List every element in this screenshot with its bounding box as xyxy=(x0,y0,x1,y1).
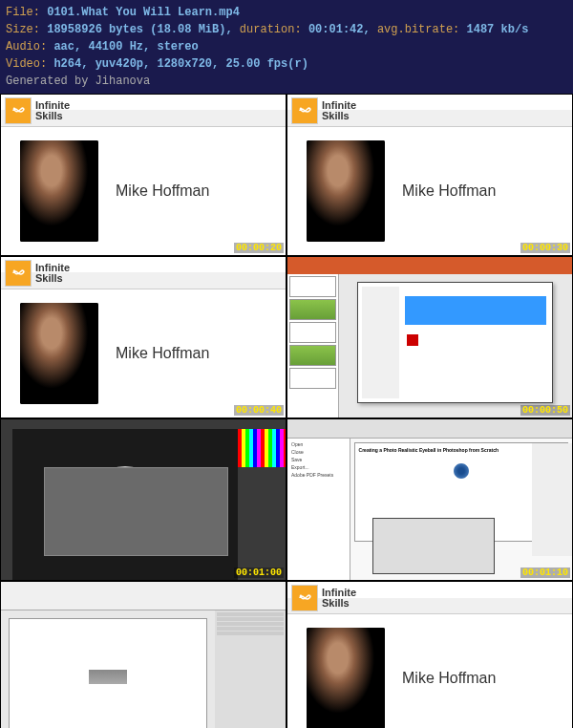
presenter-name: Mike Hoffman xyxy=(402,182,496,200)
video-info: h264, yuv420p, 1280x720, 25.00 fps(r) xyxy=(53,57,308,71)
eyeball-image xyxy=(447,457,476,485)
thumbnail-grid: InfiniteSkills Mike Hoffman 00:00:20 Inf… xyxy=(0,94,573,728)
presenter-portrait xyxy=(307,140,385,242)
presenter-slide: Mike Hoffman xyxy=(287,127,572,255)
file-name: 0101.What You Will Learn.mp4 xyxy=(47,6,240,19)
photoshop-menubar xyxy=(1,419,286,429)
tools-pane xyxy=(215,610,286,728)
timestamp: 00:01:10 xyxy=(520,567,570,578)
timestamp: 00:00:50 xyxy=(520,405,570,416)
thumb-1[interactable]: InfiniteSkills Mike Hoffman 00:00:20 xyxy=(0,94,286,256)
slide-thumb xyxy=(289,322,336,343)
caliper-image xyxy=(89,670,127,684)
logo-bar: InfiniteSkills xyxy=(287,582,572,614)
timestamp: 00:00:20 xyxy=(234,243,284,253)
logo-text: InfiniteSkills xyxy=(35,100,70,121)
info-line-video: Video: h264, yuv420p, 1280x720, 25.00 fp… xyxy=(6,55,567,73)
tool-item xyxy=(217,622,285,626)
thumb-4[interactable]: 00:00:50 xyxy=(286,256,573,418)
thumb-2[interactable]: InfiniteSkills Mike Hoffman 00:00:30 xyxy=(286,94,573,256)
indesign-menubar xyxy=(287,419,572,439)
logo-bar: InfiniteSkills xyxy=(287,95,572,127)
thumb-7[interactable] xyxy=(0,581,286,728)
file-info-header: File: 0101.What You Will Learn.mp4 Size:… xyxy=(0,0,573,94)
tool-item xyxy=(217,617,285,621)
powerpoint-window xyxy=(287,257,572,418)
info-line-size: Size: 18958926 bytes (18.08 MiB), durati… xyxy=(6,21,567,38)
photoshop-palette xyxy=(238,429,286,580)
info-line-audio: Audio: aac, 44100 Hz, stereo xyxy=(6,38,567,55)
save-adobe-pdf-dialog xyxy=(44,467,229,555)
slide-thumb xyxy=(289,345,336,366)
infinite-skills-icon xyxy=(5,97,32,124)
export-dialog xyxy=(372,518,495,574)
generated-by: Generated by Jihanova xyxy=(6,73,567,90)
thumb-3[interactable]: InfiniteSkills Mike Hoffman 00:00:40 xyxy=(0,256,286,418)
adobe-icon xyxy=(407,334,418,346)
timestamp: 00:00:40 xyxy=(234,405,284,416)
swatches xyxy=(238,429,286,467)
acrobat-window xyxy=(1,582,286,728)
presenter-portrait xyxy=(20,303,98,404)
slide-panel xyxy=(287,274,339,418)
pdf-page xyxy=(9,618,207,728)
powerpoint-ribbon xyxy=(287,257,572,274)
slide-thumb xyxy=(289,299,336,320)
info-line-file: File: 0101.What You Will Learn.mp4 xyxy=(6,4,567,21)
duration: 00:01:42, xyxy=(308,23,371,36)
indesign-window: OpenCloseSaveExport...Adobe PDF Presets … xyxy=(287,419,572,580)
presenter-name: Mike Hoffman xyxy=(402,670,496,687)
infinite-skills-icon xyxy=(5,260,32,287)
presenter-name: Mike Hoffman xyxy=(116,345,209,362)
presenter-portrait xyxy=(20,140,98,242)
photoshop-window xyxy=(1,419,286,580)
file-menu: OpenCloseSaveExport...Adobe PDF Presets xyxy=(287,439,350,580)
pdf-settings-dropdown xyxy=(405,296,546,325)
logo-text: InfiniteSkills xyxy=(322,100,356,121)
photoshop-toolbar xyxy=(1,429,12,580)
presenter-name: Mike Hoffman xyxy=(116,182,209,200)
presenter-slide: Mike Hoffman xyxy=(1,127,286,255)
presenter-slide: Mike Hoffman xyxy=(287,614,572,728)
tool-item xyxy=(217,627,285,631)
logo-text: InfiniteSkills xyxy=(322,588,356,609)
slide-thumb xyxy=(289,368,336,389)
logo-bar: InfiniteSkills xyxy=(1,257,286,289)
thumb-5[interactable]: 00:01:00 xyxy=(0,418,286,581)
bitrate: 1487 kb/s xyxy=(467,23,529,36)
infinite-skills-icon xyxy=(291,97,318,124)
thumb-8[interactable]: InfiniteSkills Mike Hoffman 00:01:29 xyxy=(286,581,573,728)
pdfmaker-dialog xyxy=(357,282,553,404)
slide-thumb xyxy=(289,276,336,297)
timestamp: 00:01:00 xyxy=(234,567,284,578)
audio-info: aac, 44100 Hz, stereo xyxy=(53,40,198,54)
panels xyxy=(532,443,572,556)
tool-item xyxy=(217,632,285,635)
acrobat-toolbar xyxy=(1,582,286,610)
timestamp: 00:00:30 xyxy=(520,243,570,253)
presenter-slide: Mike Hoffman xyxy=(1,289,286,418)
logo-text: InfiniteSkills xyxy=(35,263,70,284)
infinite-skills-icon xyxy=(291,585,318,611)
thumb-6[interactable]: OpenCloseSaveExport...Adobe PDF Presets … xyxy=(286,418,573,581)
logo-bar: InfiniteSkills xyxy=(1,95,286,127)
presenter-portrait xyxy=(307,628,385,728)
file-size: 18958926 bytes (18.08 MiB), xyxy=(47,23,232,36)
document-title: Creating a Photo Realistic Eyeball in Ph… xyxy=(359,447,499,453)
tool-item xyxy=(217,612,285,616)
